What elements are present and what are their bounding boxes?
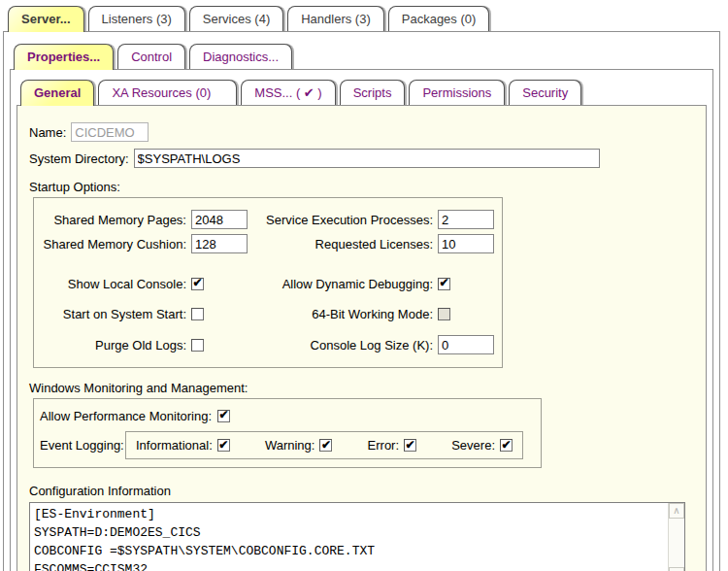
shared-memory-pages-label: Shared Memory Pages: <box>38 213 191 227</box>
tab-general[interactable]: General <box>20 80 94 106</box>
error-label: Error: <box>368 438 400 453</box>
textarea-scrollbar[interactable]: ∧ ∨ <box>668 503 684 571</box>
tab-diagnostics[interactable]: Diagnostics... <box>189 44 292 69</box>
console-log-size-label: Console Log Size (K): <box>251 338 438 353</box>
severe-checkbox[interactable] <box>500 439 513 452</box>
show-local-console-label: Show Local Console: <box>38 277 191 291</box>
tab-security[interactable]: Security <box>509 80 581 105</box>
informational-label: Informational: <box>136 438 213 453</box>
shared-memory-cushion-label: Shared Memory Cushion: <box>38 237 191 252</box>
warning-checkbox[interactable] <box>319 439 332 452</box>
startup-options-title: Startup Options: <box>29 180 694 194</box>
tab-xa-resources[interactable]: XA Resources (0) <box>98 80 237 105</box>
monitoring-title: Windows Monitoring and Management: <box>29 381 694 395</box>
properties-panel: General XA Resources (0) MSS... ( ✔ ) Sc… <box>10 69 713 571</box>
name-label: Name: <box>29 125 66 140</box>
error-checkbox[interactable] <box>404 439 416 452</box>
event-logging-group: Informational: Warning: Error: <box>125 431 523 459</box>
tab-server[interactable]: Server... <box>8 6 84 32</box>
show-local-console-checkbox[interactable] <box>191 278 204 290</box>
purge-old-logs-label: Purge Old Logs: <box>38 338 191 353</box>
purge-old-logs-checkbox[interactable] <box>191 339 204 352</box>
configuration-information-box: [ES-Environment] SYSPATH=D:DEMO2ES_CICS … <box>29 502 685 571</box>
tab-packages[interactable]: Packages (0) <box>388 6 490 31</box>
startup-options-group: Shared Memory Pages: Service Execution P… <box>33 197 503 368</box>
requested-licenses-field[interactable] <box>438 234 494 253</box>
tab-listeners[interactable]: Listeners (3) <box>88 6 185 31</box>
admin-console-page: Server... Listeners (3) Services (4) Han… <box>0 0 728 571</box>
informational-checkbox[interactable] <box>217 439 230 452</box>
system-directory-field[interactable] <box>134 149 600 168</box>
allow-dynamic-debugging-checkbox[interactable] <box>438 278 450 290</box>
severe-label: Severe: <box>451 438 495 453</box>
shared-memory-cushion-field[interactable] <box>191 234 248 253</box>
allow-dynamic-debugging-label: Allow Dynamic Debugging: <box>251 277 438 291</box>
configuration-information-label: Configuration Information <box>29 484 694 498</box>
tab-services[interactable]: Services (4) <box>189 6 283 31</box>
start-on-system-start-label: Start on System Start: <box>38 307 191 321</box>
warning-label: Warning: <box>265 438 315 453</box>
configuration-information-textarea[interactable]: [ES-Environment] SYSPATH=D:DEMO2ES_CICS … <box>30 503 668 571</box>
scroll-up-icon[interactable]: ∧ <box>669 503 684 519</box>
name-field[interactable] <box>71 122 149 142</box>
allow-performance-monitoring-checkbox[interactable] <box>217 410 230 422</box>
64bit-working-mode-label: 64-Bit Working Mode: <box>251 307 438 321</box>
tab-properties[interactable]: Properties... <box>14 44 114 70</box>
allow-performance-monitoring-label: Allow Performance Monitoring: <box>40 409 212 423</box>
event-logging-label: Event Logging: <box>40 438 125 453</box>
tab-mss[interactable]: MSS... ( ✔ ) <box>241 80 335 105</box>
general-tab-bar: General XA Resources (0) MSS... ( ✔ ) Sc… <box>20 80 712 105</box>
system-directory-label: System Directory: <box>29 151 129 166</box>
start-on-system-start-checkbox[interactable] <box>191 308 204 320</box>
64bit-working-mode-checkbox <box>438 308 450 320</box>
service-execution-processes-label: Service Execution Processes: <box>251 213 438 227</box>
monitoring-group: Allow Performance Monitoring: Event Logg… <box>33 398 542 468</box>
server-panel: Properties... Control Diagnostics... Gen… <box>3 31 720 571</box>
shared-memory-pages-field[interactable] <box>191 210 248 229</box>
service-execution-processes-field[interactable] <box>438 210 494 229</box>
tab-handlers[interactable]: Handlers (3) <box>287 6 384 31</box>
general-panel: Name: System Directory: Startup Options:… <box>17 105 707 571</box>
tab-control[interactable]: Control <box>117 44 185 69</box>
properties-tab-bar: Properties... Control Diagnostics... <box>14 44 719 69</box>
requested-licenses-label: Requested Licenses: <box>251 237 438 252</box>
tab-permissions[interactable]: Permissions <box>409 80 505 105</box>
tab-scripts[interactable]: Scripts <box>340 80 406 105</box>
server-tab-bar: Server... Listeners (3) Services (4) Han… <box>8 6 728 31</box>
scroll-down-icon[interactable]: ∨ <box>669 567 684 571</box>
console-log-size-field[interactable] <box>438 335 494 354</box>
